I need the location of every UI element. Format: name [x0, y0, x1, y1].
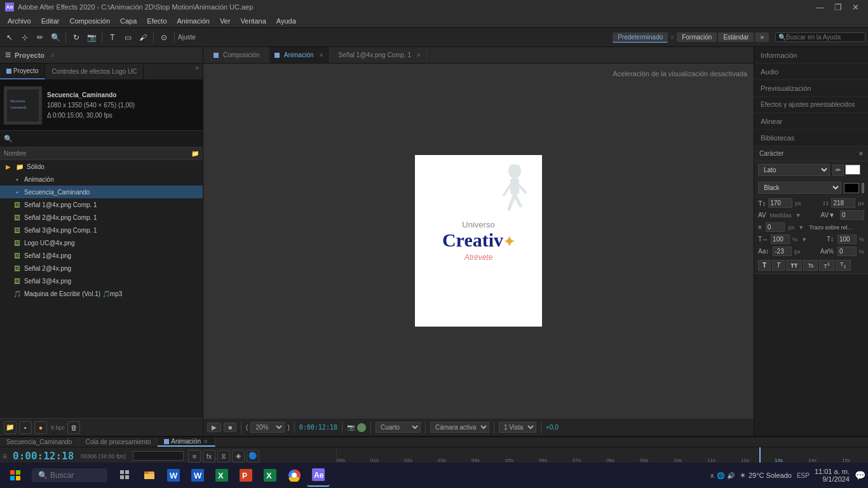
new-folder-button[interactable]: 📁	[4, 421, 17, 434]
tray-network[interactable]: 🌐	[717, 472, 724, 479]
stroke-width-input[interactable]	[766, 222, 785, 232]
tool-rotate[interactable]: ↻	[69, 30, 83, 44]
list-item[interactable]: 🖼 Señal 2@4x.png Comp. 1	[0, 211, 203, 224]
list-item[interactable]: 🖼 Señal 1@4x.png	[0, 249, 203, 262]
tray-up-arrow[interactable]: ∧	[710, 472, 714, 479]
tracking-input[interactable]	[840, 210, 864, 220]
tool-select[interactable]: ↖	[3, 30, 17, 44]
list-item[interactable]: 🖼 Señal 3@4x.png	[0, 274, 203, 287]
camera-select[interactable]: Cámara activa	[430, 422, 489, 433]
tab-effects-controls[interactable]: Controles de efectos Logo UC	[45, 64, 144, 79]
tl-control-btn-3[interactable]: ⧖	[217, 450, 230, 463]
stop-button[interactable]: ■	[224, 423, 236, 432]
taskbar-chrome[interactable]	[283, 464, 306, 487]
clock[interactable]: 11:01 a. m. 9/1/2024	[815, 468, 850, 483]
tool-zoom[interactable]: 🔍	[48, 30, 62, 44]
font-color-swatch-black[interactable]	[844, 183, 859, 193]
minimize-button[interactable]: —	[812, 3, 828, 12]
tool-select2[interactable]: ⊹	[18, 30, 32, 44]
style-btn-faux-bold[interactable]: T	[758, 260, 771, 271]
taskbar-search-input[interactable]	[50, 471, 101, 480]
menu-ver[interactable]: Ver	[215, 16, 236, 26]
style-btn-super[interactable]: T1	[819, 260, 834, 271]
list-item[interactable]: 🖼 Logo UC@4x.png	[0, 236, 203, 249]
taskview-button[interactable]	[114, 464, 137, 487]
tl-timecode[interactable]: 0:00:12:18	[9, 450, 78, 462]
tsf-input[interactable]	[837, 247, 857, 256]
menu-animacion[interactable]: Animación	[172, 16, 215, 26]
zoom-select[interactable]: 20%50%100%	[250, 422, 285, 433]
list-item[interactable]: ▶ 📁 Sólido	[0, 160, 203, 173]
menu-ayuda[interactable]: Ayuda	[271, 16, 301, 26]
taskbar-excel[interactable]: X	[210, 464, 233, 487]
tl-control-btn-5[interactable]: 🔵	[247, 450, 259, 463]
rp-previsualizacion[interactable]: Previsualización	[754, 80, 868, 97]
start-button[interactable]	[3, 464, 28, 487]
menu-efecto[interactable]: Efecto	[142, 16, 172, 26]
tool-pen[interactable]: ✏	[33, 30, 47, 44]
project-search-input[interactable]	[15, 135, 199, 142]
tool-shape[interactable]: ▭	[121, 30, 135, 44]
scale-v-input[interactable]	[837, 234, 857, 244]
tool-text[interactable]: T	[105, 30, 119, 44]
baseline-input[interactable]	[773, 247, 792, 256]
menu-composicion[interactable]: Composición	[64, 16, 115, 26]
menu-editar[interactable]: Editar	[36, 16, 65, 26]
style-btn-faux-italic[interactable]: T	[772, 260, 785, 271]
font-style-select[interactable]: Black	[758, 182, 841, 194]
rp-efectos[interactable]: Efectos y ajustes preestablecidos	[754, 97, 868, 113]
character-menu-icon[interactable]: ≡	[859, 150, 863, 157]
tl-control-btn-4[interactable]: ◈	[232, 450, 245, 463]
style-btn-sub[interactable]: T1	[836, 260, 851, 271]
workspace-predeterminado[interactable]: Predeterminado	[613, 32, 668, 43]
menu-ventana[interactable]: Ventana	[235, 16, 271, 26]
play-button[interactable]: ▶	[207, 423, 221, 432]
taskbar-word[interactable]: W	[162, 464, 185, 487]
list-item[interactable]: 🖼 Señal 1@4x.png Comp. 1	[0, 198, 203, 211]
comp-tab-senal-close[interactable]: ✕	[416, 52, 421, 58]
taskbar-excel-2[interactable]: X	[259, 464, 281, 487]
leading-input[interactable]	[831, 198, 855, 208]
tab-project[interactable]: Proyecto	[0, 64, 45, 79]
tl-search-input[interactable]	[133, 451, 184, 461]
language-indicator[interactable]: ESP	[797, 472, 810, 479]
list-item-selected[interactable]: ▪ Secuencia_Caminando	[0, 186, 203, 198]
style-btn-all-caps[interactable]: TT	[786, 260, 802, 271]
view-count-select[interactable]: 1 Vista	[499, 422, 536, 433]
tl-control-btn-1[interactable]: ≡	[188, 450, 201, 463]
taskbar-word-2[interactable]: W	[186, 464, 209, 487]
color-button[interactable]: ●	[34, 421, 47, 434]
view-select[interactable]: CuartoMitadCompleto	[376, 422, 421, 433]
rp-audio[interactable]: Audio	[754, 64, 868, 80]
stroke-swatch[interactable]	[862, 183, 864, 193]
tl-control-btn-2[interactable]: fx	[203, 450, 215, 463]
font-size-input[interactable]	[768, 198, 792, 208]
panel-expand-icon[interactable]: »	[195, 64, 203, 79]
comp-tab-animacion[interactable]: Animación ✕	[269, 47, 330, 63]
new-comp-button[interactable]: ▪	[19, 421, 32, 434]
rp-alinear[interactable]: Alinear	[754, 113, 868, 130]
tray-volume[interactable]: 🔊	[727, 472, 735, 479]
style-btn-small-caps[interactable]: Ts	[803, 260, 818, 271]
workspace-formacion[interactable]: Formación	[677, 32, 717, 42]
list-item[interactable]: 🎵 Maquina de Escribir (Vol.1) 🎵mp3	[0, 287, 203, 300]
rp-bibliotecas[interactable]: Bibliotecas	[754, 130, 868, 146]
panel-menu-icon[interactable]: ≡	[51, 51, 55, 58]
list-item[interactable]: 🖼 Señal 2@4x.png	[0, 262, 203, 274]
tool-brush[interactable]: 🖌	[136, 30, 150, 44]
scale-h-input[interactable]	[771, 234, 790, 244]
comp-tab-close[interactable]: ✕	[319, 52, 324, 58]
tl-tab-cola[interactable]: Cola de procesamiento	[79, 437, 158, 447]
font-edit-button[interactable]: ✏	[832, 165, 844, 176]
comp-tab-senal[interactable]: Señal 1@4x.png Comp. 1 ✕	[334, 47, 428, 63]
rp-informacion[interactable]: Información	[754, 47, 868, 64]
list-item[interactable]: 🖼 Señal 3@4x.png Comp. 1	[0, 224, 203, 236]
delete-button[interactable]: 🗑	[67, 421, 80, 434]
notification-icon[interactable]: 💬	[855, 470, 865, 480]
workspace-more[interactable]: »	[755, 32, 769, 42]
tool-puppet[interactable]: ⊙	[157, 30, 171, 44]
tl-tab-close[interactable]: ✕	[203, 438, 208, 445]
tool-camera[interactable]: 📷	[85, 30, 98, 44]
taskbar-powerpoint[interactable]: P	[234, 464, 257, 487]
menu-archivo[interactable]: Archivo	[3, 16, 36, 26]
